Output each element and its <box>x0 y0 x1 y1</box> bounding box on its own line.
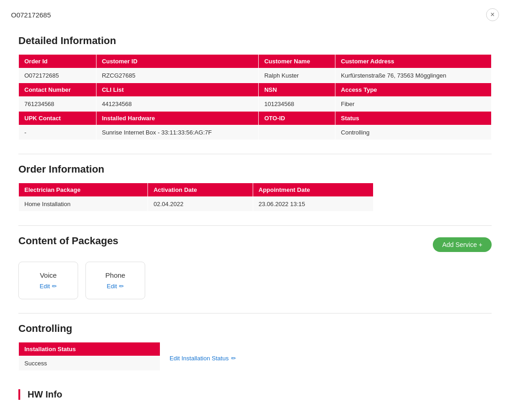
value-status: Controlling <box>335 125 492 140</box>
edit-voice-link[interactable]: Edit ✏ <box>33 283 64 290</box>
edit-phone-icon: ✏ <box>119 283 124 290</box>
header-oto-id: OTO-ID <box>259 112 335 125</box>
header-status: Status <box>335 112 492 125</box>
table-header-row-3: UPK Contact Installed Hardware OTO-ID St… <box>19 112 492 125</box>
header-installation-status: Installation Status <box>19 342 160 356</box>
header-customer-address: Customer Address <box>335 55 492 68</box>
edit-installation-label: Edit Installation Status <box>170 355 229 362</box>
edit-phone-label: Edit <box>107 283 117 290</box>
value-oto-id <box>259 125 335 140</box>
package-name-voice: Voice <box>33 271 64 279</box>
table-header-row-2: Contact Number CLI List NSN Access Type <box>19 83 492 97</box>
edit-installation-icon: ✏ <box>231 355 236 362</box>
installation-header-row: Installation Status <box>19 342 160 356</box>
content-area: Detailed Information Order Id Customer I… <box>0 26 510 418</box>
order-info-table: Electrician Package Activation Date Appo… <box>18 183 374 212</box>
divider-2 <box>18 225 492 226</box>
installation-status-table: Installation Status Success <box>18 342 160 371</box>
edit-phone-link[interactable]: Edit ✏ <box>100 283 131 290</box>
table-row: - Sunrise Internet Box - 33:11:33:56:AG:… <box>19 125 492 140</box>
order-data-row: Home Installation 02.04.2022 23.06.2022 … <box>19 197 374 212</box>
header-appointment-date: Appointment Date <box>253 183 373 197</box>
value-contact-number: 761234568 <box>19 97 96 112</box>
table-row: 761234568 441234568 101234568 Fiber <box>19 97 492 112</box>
installation-status-area: Installation Status Success Edit Install… <box>18 342 492 380</box>
package-name-phone: Phone <box>100 271 131 279</box>
value-customer-address: Kurfürstenstraße 76, 73563 Mögglingen <box>335 68 492 83</box>
header-upk-contact: UPK Contact <box>19 112 96 125</box>
value-customer-id: RZCG27685 <box>96 68 258 83</box>
table-row: O072172685 RZCG27685 Ralph Kuster Kurfür… <box>19 68 492 83</box>
value-order-id: O072172685 <box>19 68 96 83</box>
package-card-voice: Voice Edit ✏ <box>18 262 78 299</box>
value-nsn: 101234568 <box>259 97 335 112</box>
value-cli-list: 441234568 <box>96 97 258 112</box>
header-nsn: NSN <box>259 83 335 97</box>
divider-1 <box>18 154 492 154</box>
header-access-type: Access Type <box>335 83 492 97</box>
header-contact-number: Contact Number <box>19 83 96 97</box>
close-button[interactable]: × <box>486 8 499 21</box>
edit-installation-status-link[interactable]: Edit Installation Status ✏ <box>170 355 236 362</box>
window-title: O072172685 <box>11 11 51 19</box>
header-cli-list: CLI List <box>96 83 258 97</box>
header-activation-date: Activation Date <box>148 183 253 197</box>
hw-info-section: HW Info <box>18 389 492 400</box>
header-customer-name: Customer Name <box>259 55 335 68</box>
edit-voice-icon: ✏ <box>52 283 57 290</box>
packages-title: Content of Packages <box>18 235 119 247</box>
detailed-info-title: Detailed Information <box>18 35 492 47</box>
installation-data-row: Success <box>19 356 160 371</box>
value-appointment-date: 23.06.2022 13:15 <box>253 197 373 212</box>
edit-voice-label: Edit <box>40 283 50 290</box>
value-upk-contact: - <box>19 125 96 140</box>
add-service-button[interactable]: Add Service + <box>433 237 492 252</box>
header-electrician-package: Electrician Package <box>19 183 148 197</box>
value-installation-status: Success <box>19 356 160 371</box>
hw-info-title: HW Info <box>28 389 62 399</box>
controlling-title: Controlling <box>18 323 492 335</box>
order-info-title: Order Information <box>18 163 492 175</box>
detailed-info-table: Order Id Customer ID Customer Name Custo… <box>18 54 492 140</box>
value-customer-name: Ralph Kuster <box>259 68 335 83</box>
value-activation-date: 02.04.2022 <box>148 197 253 212</box>
value-access-type: Fiber <box>335 97 492 112</box>
header-installed-hardware: Installed Hardware <box>96 112 258 125</box>
packages-cards: Voice Edit ✏ Phone Edit ✏ <box>18 262 492 299</box>
header-order-id: Order Id <box>19 55 96 68</box>
value-installed-hardware: Sunrise Internet Box - 33:11:33:56:AG:7F <box>96 125 258 140</box>
order-header-row: Electrician Package Activation Date Appo… <box>19 183 374 197</box>
packages-header: Content of Packages Add Service + <box>18 235 492 254</box>
title-bar: O072172685 × <box>0 0 510 26</box>
table-header-row-1: Order Id Customer ID Customer Name Custo… <box>19 55 492 68</box>
package-card-phone: Phone Edit ✏ <box>85 262 145 299</box>
header-customer-id: Customer ID <box>96 55 258 68</box>
divider-3 <box>18 313 492 314</box>
window: O072172685 × Detailed Information Order … <box>0 0 510 420</box>
value-electrician-package: Home Installation <box>19 197 148 212</box>
controlling-section: Controlling Installation Status Success <box>18 323 492 400</box>
